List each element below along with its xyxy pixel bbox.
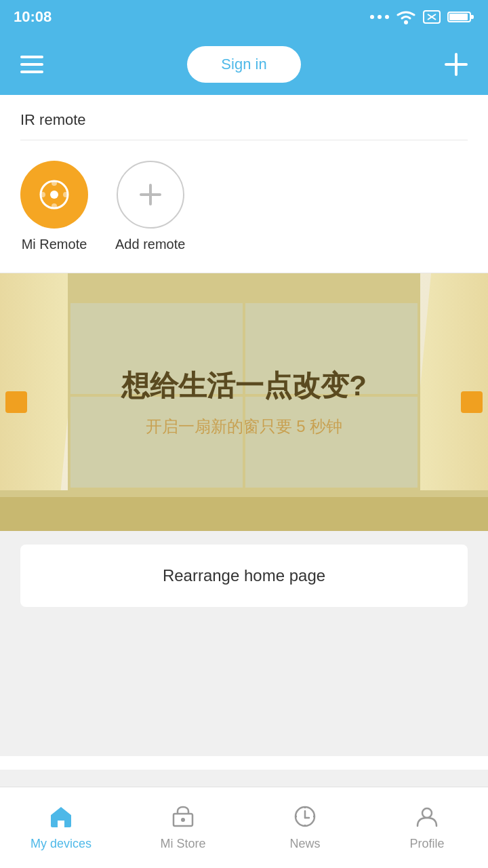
banner-main-text: 想给生活一点改变? <box>121 367 367 405</box>
banner-floor <box>0 497 488 531</box>
banner-pane-4 <box>245 397 418 488</box>
nav-news-label: News <box>289 837 320 851</box>
svg-rect-8 <box>449 14 468 20</box>
bottom-nav: My devices Mi Store News <box>0 787 488 868</box>
ir-remote-section: IR remote Mi Remote <box>0 95 488 273</box>
nav-news[interactable]: News <box>244 787 366 868</box>
nav-my-devices-label: My devices <box>30 837 92 851</box>
store-icon <box>171 804 195 831</box>
nav-profile[interactable]: Profile <box>366 787 488 868</box>
status-time: 10:08 <box>14 8 52 26</box>
nav-mi-store[interactable]: Mi Store <box>122 787 244 868</box>
banner-handle-right <box>461 391 483 413</box>
banner-sub-text: 开启一扇新的窗只要 5 秒钟 <box>146 416 343 437</box>
svg-point-18 <box>52 203 57 209</box>
main-content: IR remote Mi Remote <box>0 95 488 770</box>
svg-point-20 <box>63 192 68 197</box>
add-remote-icon <box>117 161 184 229</box>
app-header: Sign in <box>0 34 488 95</box>
svg-point-19 <box>40 192 45 197</box>
ir-remote-title: IR remote <box>20 111 468 129</box>
svg-rect-11 <box>20 63 43 66</box>
status-bar: 10:08 <box>0 0 488 34</box>
svg-point-16 <box>50 191 58 199</box>
svg-rect-22 <box>140 193 161 196</box>
svg-point-0 <box>370 15 374 19</box>
ir-divider <box>20 140 468 140</box>
rearrange-button[interactable]: Rearrange home page <box>20 545 468 607</box>
nav-my-devices[interactable]: My devices <box>0 787 122 868</box>
svg-point-24 <box>181 818 185 822</box>
add-remote-label: Add remote <box>115 237 185 252</box>
mi-remote-icon <box>20 161 88 229</box>
profile-icon <box>415 804 439 831</box>
status-icons <box>370 9 474 24</box>
wifi-icon <box>396 9 416 24</box>
banner-window-top <box>68 273 420 300</box>
ir-devices-list: Mi Remote Add remote <box>20 161 468 273</box>
menu-button[interactable] <box>14 46 50 83</box>
svg-rect-12 <box>20 71 43 73</box>
mi-remote-label: Mi Remote <box>22 237 87 252</box>
svg-point-32 <box>422 808 432 818</box>
svg-rect-9 <box>470 15 474 19</box>
sign-in-button[interactable]: Sign in <box>187 46 300 83</box>
home-icon <box>49 804 73 831</box>
svg-rect-10 <box>20 56 43 58</box>
more-icon <box>370 14 389 20</box>
svg-point-3 <box>404 20 408 24</box>
banner-handle-left <box>5 391 27 413</box>
svg-point-2 <box>385 15 389 19</box>
rearrange-section: Rearrange home page <box>0 531 488 620</box>
nav-mi-store-label: Mi Store <box>160 837 205 851</box>
battery-icon <box>447 10 474 24</box>
content-spacer <box>0 620 488 756</box>
add-button[interactable] <box>438 46 474 83</box>
nav-profile-label: Profile <box>409 837 444 851</box>
add-remote-device[interactable]: Add remote <box>115 161 185 252</box>
svg-rect-14 <box>445 63 468 66</box>
banner-pane-3 <box>70 397 243 488</box>
promo-banner[interactable]: 想给生活一点改变? 开启一扇新的窗只要 5 秒钟 <box>0 273 488 531</box>
svg-point-17 <box>52 180 57 186</box>
mi-remote-device[interactable]: Mi Remote <box>20 161 88 252</box>
news-icon <box>293 804 317 831</box>
svg-point-1 <box>378 15 382 19</box>
signal-icon <box>423 10 441 24</box>
